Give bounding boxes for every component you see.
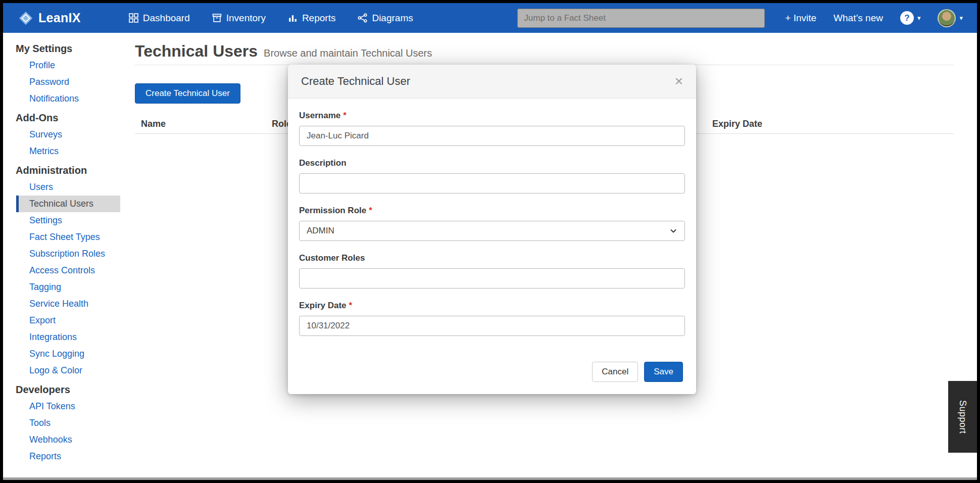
- page-header: Technical Users Browse and maintain Tech…: [135, 42, 954, 65]
- chevron-down-icon: [669, 227, 677, 235]
- customer-roles-label-text: Customer Roles: [299, 253, 365, 263]
- page-subtitle: Browse and maintain Technical Users: [264, 47, 432, 59]
- permission-role-label-text: Permission Role: [299, 206, 366, 215]
- whats-new-link[interactable]: What’s new: [834, 13, 883, 24]
- leanix-logo[interactable]: LeanIX: [18, 11, 81, 26]
- create-technical-user-modal: Create Technical User × Username* Descri…: [288, 65, 696, 394]
- sidebar-item-subscription-roles[interactable]: Subscription Roles: [3, 246, 131, 262]
- nav-dashboard-label: Dashboard: [143, 13, 190, 24]
- nav-inventory-label: Inventory: [226, 13, 266, 24]
- nav-reports-label: Reports: [302, 13, 336, 24]
- diagrams-network-icon: [358, 13, 367, 23]
- modal-header: Create Technical User ×: [288, 65, 696, 99]
- navbar-right: + Invite What’s new ? ▾ ▾: [785, 9, 963, 27]
- create-technical-user-button[interactable]: Create Technical User: [135, 83, 240, 104]
- reports-chart-icon: [288, 13, 298, 23]
- expiry-date-label: Expiry Date*: [299, 301, 685, 311]
- inventory-box-icon: [212, 13, 222, 23]
- help-icon: ?: [900, 11, 914, 25]
- bottom-scrollbar-strip: [3, 477, 977, 480]
- save-button[interactable]: Save: [644, 362, 683, 382]
- sidebar-item-metrics[interactable]: Metrics: [3, 143, 131, 160]
- sidebar-item-integrations[interactable]: Integrations: [3, 329, 131, 346]
- customer-roles-field-group: Customer Roles: [299, 253, 685, 288]
- dashboard-grid-icon: [129, 13, 138, 23]
- sidebar-item-tools[interactable]: Tools: [3, 415, 131, 431]
- modal-body: Username* Description Permission Role* A…: [288, 99, 696, 348]
- user-menu[interactable]: ▾: [938, 9, 963, 27]
- nav-dashboard[interactable]: Dashboard: [129, 13, 190, 24]
- nav-diagrams-label: Diagrams: [372, 13, 413, 24]
- permission-role-selected-value: ADMIN: [307, 226, 334, 236]
- description-label: Description: [299, 158, 685, 168]
- username-label: Username*: [299, 111, 685, 121]
- cancel-button[interactable]: Cancel: [592, 362, 638, 382]
- sidebar-item-profile[interactable]: Profile: [3, 57, 131, 74]
- column-header-name: Name: [141, 119, 166, 129]
- main-nav: Dashboard Inventory Reports Diagrams: [129, 13, 413, 24]
- modal-title: Create Technical User: [301, 75, 410, 88]
- required-asterisk: *: [349, 301, 353, 310]
- username-input[interactable]: [299, 126, 685, 146]
- sidebar-item-logo-color[interactable]: Logo & Color: [3, 362, 131, 379]
- top-navbar: LeanIX Dashboard Inventory Repor: [3, 3, 977, 33]
- sidebar-item-notifications[interactable]: Notifications: [3, 90, 131, 107]
- sidebar-item-sync-logging[interactable]: Sync Logging: [3, 346, 131, 362]
- invite-button[interactable]: + Invite: [785, 13, 816, 24]
- sidebar-item-technical-users[interactable]: Technical Users: [16, 196, 120, 212]
- expiry-date-input[interactable]: [299, 316, 685, 336]
- nav-inventory[interactable]: Inventory: [212, 13, 266, 24]
- required-asterisk: *: [369, 206, 372, 215]
- sidebar-item-webhooks[interactable]: Webhooks: [3, 431, 131, 448]
- sidebar-section-add-ons: Add-Ons: [3, 110, 131, 126]
- username-label-text: Username: [299, 111, 340, 120]
- nav-diagrams[interactable]: Diagrams: [358, 13, 413, 24]
- customer-roles-label: Customer Roles: [299, 253, 685, 263]
- permission-role-label: Permission Role*: [299, 206, 685, 216]
- expiry-date-label-text: Expiry Date: [299, 301, 347, 310]
- sidebar-item-reports[interactable]: Reports: [3, 448, 131, 465]
- sidebar-item-settings[interactable]: Settings: [3, 212, 131, 229]
- sidebar-item-tagging[interactable]: Tagging: [3, 279, 131, 296]
- modal-footer: Cancel Save: [288, 362, 696, 394]
- sidebar-item-fact-sheet-types[interactable]: Fact Sheet Types: [3, 229, 131, 246]
- settings-sidebar: My Settings Profile Password Notificatio…: [3, 33, 131, 480]
- sidebar-item-access-controls[interactable]: Access Controls: [3, 262, 131, 279]
- sidebar-section-my-settings: My Settings: [3, 40, 131, 57]
- support-tab[interactable]: Support: [948, 381, 977, 453]
- brand-name: LeanIX: [38, 11, 81, 25]
- description-field-group: Description: [299, 158, 685, 194]
- sidebar-item-export[interactable]: Export: [3, 312, 131, 329]
- sidebar-item-service-health[interactable]: Service Health: [3, 296, 131, 312]
- required-asterisk: *: [343, 111, 347, 120]
- app-window: LeanIX Dashboard Inventory Repor: [3, 3, 977, 480]
- chevron-down-icon: ▾: [917, 14, 921, 22]
- permission-role-select[interactable]: ADMIN: [299, 221, 685, 241]
- username-field-group: Username*: [299, 111, 685, 146]
- page-title: Technical Users: [135, 42, 258, 61]
- sidebar-item-password[interactable]: Password: [3, 74, 131, 90]
- expiry-date-field-group: Expiry Date*: [299, 301, 685, 336]
- fact-sheet-search-input[interactable]: [517, 9, 765, 28]
- description-label-text: Description: [299, 158, 347, 168]
- sidebar-item-users[interactable]: Users: [3, 179, 131, 196]
- column-header-expiry-date: Expiry Date: [712, 119, 762, 129]
- sidebar-section-administration: Administration: [3, 162, 131, 179]
- close-icon[interactable]: ×: [675, 74, 683, 88]
- help-menu[interactable]: ? ▾: [900, 11, 921, 25]
- sidebar-section-developers: Developers: [3, 381, 131, 398]
- permission-role-field-group: Permission Role* ADMIN: [299, 206, 685, 241]
- avatar: [938, 9, 956, 27]
- customer-roles-input[interactable]: [299, 268, 685, 288]
- leanix-diamond-icon: [18, 11, 33, 26]
- sidebar-item-surveys[interactable]: Surveys: [3, 126, 131, 143]
- chevron-down-icon: ▾: [959, 14, 963, 22]
- nav-reports[interactable]: Reports: [288, 13, 336, 24]
- sidebar-item-api-tokens[interactable]: API Tokens: [3, 398, 131, 415]
- description-input[interactable]: [299, 173, 685, 194]
